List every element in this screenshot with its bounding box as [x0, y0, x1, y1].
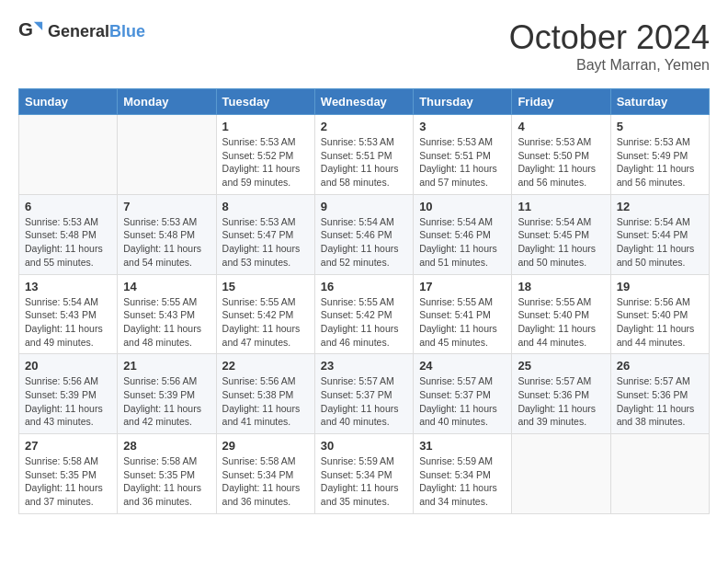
day-number: 30	[321, 439, 407, 453]
day-details: Sunrise: 5:53 AM Sunset: 5:48 PM Dayligh…	[25, 215, 111, 270]
day-number: 18	[518, 280, 604, 293]
day-number: 13	[25, 280, 111, 293]
calendar-day-cell	[610, 434, 709, 514]
day-number: 21	[123, 359, 210, 373]
calendar-day-cell: 8Sunrise: 5:53 AM Sunset: 5:47 PM Daylig…	[216, 194, 314, 274]
calendar-day-cell: 9Sunrise: 5:54 AM Sunset: 5:46 PM Daylig…	[314, 194, 413, 274]
day-details: Sunrise: 5:54 AM Sunset: 5:46 PM Dayligh…	[321, 215, 407, 270]
day-number: 7	[123, 200, 210, 213]
calendar-week-row: 6Sunrise: 5:53 AM Sunset: 5:48 PM Daylig…	[19, 194, 710, 274]
calendar-day-cell: 22Sunrise: 5:56 AM Sunset: 5:38 PM Dayli…	[216, 354, 314, 434]
day-of-week-header: Tuesday	[216, 89, 314, 115]
calendar-day-cell: 6Sunrise: 5:53 AM Sunset: 5:48 PM Daylig…	[19, 194, 118, 274]
calendar-day-cell	[19, 115, 118, 195]
day-details: Sunrise: 5:55 AM Sunset: 5:43 PM Dayligh…	[123, 295, 210, 350]
calendar-day-cell: 19Sunrise: 5:56 AM Sunset: 5:40 PM Dayli…	[610, 274, 709, 354]
calendar-day-cell: 23Sunrise: 5:57 AM Sunset: 5:37 PM Dayli…	[314, 354, 413, 434]
day-details: Sunrise: 5:53 AM Sunset: 5:51 PM Dayligh…	[321, 135, 407, 190]
day-number: 11	[518, 200, 604, 213]
calendar-day-cell: 21Sunrise: 5:56 AM Sunset: 5:39 PM Dayli…	[118, 354, 216, 434]
calendar-week-row: 13Sunrise: 5:54 AM Sunset: 5:43 PM Dayli…	[19, 274, 710, 354]
calendar-day-cell: 24Sunrise: 5:57 AM Sunset: 5:37 PM Dayli…	[414, 354, 512, 434]
day-number: 22	[222, 359, 309, 373]
logo: G GeneralBlue	[18, 18, 145, 44]
calendar-day-cell: 30Sunrise: 5:59 AM Sunset: 5:34 PM Dayli…	[314, 434, 413, 514]
day-number: 12	[617, 200, 703, 213]
location-title: Bayt Marran, Yemen	[509, 57, 710, 74]
day-details: Sunrise: 5:55 AM Sunset: 5:42 PM Dayligh…	[222, 295, 309, 350]
day-details: Sunrise: 5:53 AM Sunset: 5:51 PM Dayligh…	[419, 135, 506, 190]
day-of-week-header: Thursday	[414, 89, 512, 115]
day-number: 26	[617, 359, 703, 373]
calendar-day-cell: 16Sunrise: 5:55 AM Sunset: 5:42 PM Dayli…	[314, 274, 413, 354]
day-number: 20	[25, 359, 111, 373]
day-number: 19	[617, 280, 703, 293]
day-details: Sunrise: 5:53 AM Sunset: 5:48 PM Dayligh…	[123, 215, 210, 270]
day-number: 4	[518, 120, 604, 133]
calendar-day-cell: 10Sunrise: 5:54 AM Sunset: 5:46 PM Dayli…	[414, 194, 512, 274]
day-number: 24	[419, 359, 506, 373]
svg-marker-1	[34, 22, 42, 30]
day-details: Sunrise: 5:55 AM Sunset: 5:42 PM Dayligh…	[321, 295, 407, 350]
calendar-day-cell: 13Sunrise: 5:54 AM Sunset: 5:43 PM Dayli…	[19, 274, 118, 354]
day-number: 14	[123, 280, 210, 293]
calendar-day-cell: 11Sunrise: 5:54 AM Sunset: 5:45 PM Dayli…	[512, 194, 610, 274]
day-number: 23	[321, 359, 407, 373]
logo-general: General	[48, 22, 109, 40]
logo-icon: G	[18, 18, 44, 44]
day-details: Sunrise: 5:57 AM Sunset: 5:37 PM Dayligh…	[321, 374, 407, 429]
calendar-day-cell: 1Sunrise: 5:53 AM Sunset: 5:52 PM Daylig…	[216, 115, 314, 195]
calendar-week-row: 20Sunrise: 5:56 AM Sunset: 5:39 PM Dayli…	[19, 354, 710, 434]
day-of-week-header: Saturday	[610, 89, 709, 115]
day-details: Sunrise: 5:53 AM Sunset: 5:50 PM Dayligh…	[518, 135, 604, 190]
day-details: Sunrise: 5:59 AM Sunset: 5:34 PM Dayligh…	[419, 454, 506, 509]
calendar-day-cell: 28Sunrise: 5:58 AM Sunset: 5:35 PM Dayli…	[118, 434, 216, 514]
calendar-day-cell	[118, 115, 216, 195]
calendar-day-cell: 3Sunrise: 5:53 AM Sunset: 5:51 PM Daylig…	[414, 115, 512, 195]
calendar-day-cell: 12Sunrise: 5:54 AM Sunset: 5:44 PM Dayli…	[610, 194, 709, 274]
calendar-day-cell: 14Sunrise: 5:55 AM Sunset: 5:43 PM Dayli…	[118, 274, 216, 354]
calendar-day-cell: 29Sunrise: 5:58 AM Sunset: 5:34 PM Dayli…	[216, 434, 314, 514]
day-number: 17	[419, 280, 506, 293]
day-number: 29	[222, 439, 309, 453]
day-number: 6	[25, 200, 111, 213]
month-title: October 2024	[509, 18, 710, 57]
calendar-week-row: 1Sunrise: 5:53 AM Sunset: 5:52 PM Daylig…	[19, 115, 710, 195]
day-number: 27	[25, 439, 111, 453]
day-details: Sunrise: 5:53 AM Sunset: 5:52 PM Dayligh…	[222, 135, 309, 190]
day-number: 1	[222, 120, 309, 133]
calendar-day-cell: 15Sunrise: 5:55 AM Sunset: 5:42 PM Dayli…	[216, 274, 314, 354]
day-details: Sunrise: 5:53 AM Sunset: 5:49 PM Dayligh…	[617, 135, 703, 190]
day-details: Sunrise: 5:58 AM Sunset: 5:35 PM Dayligh…	[123, 454, 210, 509]
day-number: 8	[222, 200, 309, 213]
calendar-day-cell: 7Sunrise: 5:53 AM Sunset: 5:48 PM Daylig…	[118, 194, 216, 274]
day-details: Sunrise: 5:56 AM Sunset: 5:40 PM Dayligh…	[617, 295, 703, 350]
day-number: 15	[222, 280, 309, 293]
calendar-day-cell: 31Sunrise: 5:59 AM Sunset: 5:34 PM Dayli…	[414, 434, 512, 514]
title-block: October 2024 Bayt Marran, Yemen	[509, 18, 710, 74]
day-details: Sunrise: 5:57 AM Sunset: 5:37 PM Dayligh…	[419, 374, 506, 429]
day-details: Sunrise: 5:58 AM Sunset: 5:35 PM Dayligh…	[25, 454, 111, 509]
day-details: Sunrise: 5:57 AM Sunset: 5:36 PM Dayligh…	[518, 374, 604, 429]
calendar-table: SundayMondayTuesdayWednesdayThursdayFrid…	[18, 88, 710, 514]
day-details: Sunrise: 5:54 AM Sunset: 5:46 PM Dayligh…	[419, 215, 506, 270]
calendar-day-cell: 26Sunrise: 5:57 AM Sunset: 5:36 PM Dayli…	[610, 354, 709, 434]
day-details: Sunrise: 5:55 AM Sunset: 5:40 PM Dayligh…	[518, 295, 604, 350]
day-of-week-header: Friday	[512, 89, 610, 115]
day-number: 31	[419, 439, 506, 453]
calendar-day-cell: 5Sunrise: 5:53 AM Sunset: 5:49 PM Daylig…	[610, 115, 709, 195]
calendar-day-cell: 27Sunrise: 5:58 AM Sunset: 5:35 PM Dayli…	[19, 434, 118, 514]
page-header: G GeneralBlue October 2024 Bayt Marran, …	[18, 18, 710, 74]
calendar-day-cell: 2Sunrise: 5:53 AM Sunset: 5:51 PM Daylig…	[314, 115, 413, 195]
calendar-day-cell: 20Sunrise: 5:56 AM Sunset: 5:39 PM Dayli…	[19, 354, 118, 434]
day-details: Sunrise: 5:59 AM Sunset: 5:34 PM Dayligh…	[321, 454, 407, 509]
day-number: 16	[321, 280, 407, 293]
calendar-day-cell: 17Sunrise: 5:55 AM Sunset: 5:41 PM Dayli…	[414, 274, 512, 354]
day-number: 10	[419, 200, 506, 213]
day-details: Sunrise: 5:56 AM Sunset: 5:38 PM Dayligh…	[222, 374, 309, 429]
calendar-day-cell	[512, 434, 610, 514]
day-of-week-header: Wednesday	[314, 89, 413, 115]
calendar-day-cell: 18Sunrise: 5:55 AM Sunset: 5:40 PM Dayli…	[512, 274, 610, 354]
day-details: Sunrise: 5:54 AM Sunset: 5:43 PM Dayligh…	[25, 295, 111, 350]
day-details: Sunrise: 5:57 AM Sunset: 5:36 PM Dayligh…	[617, 374, 703, 429]
